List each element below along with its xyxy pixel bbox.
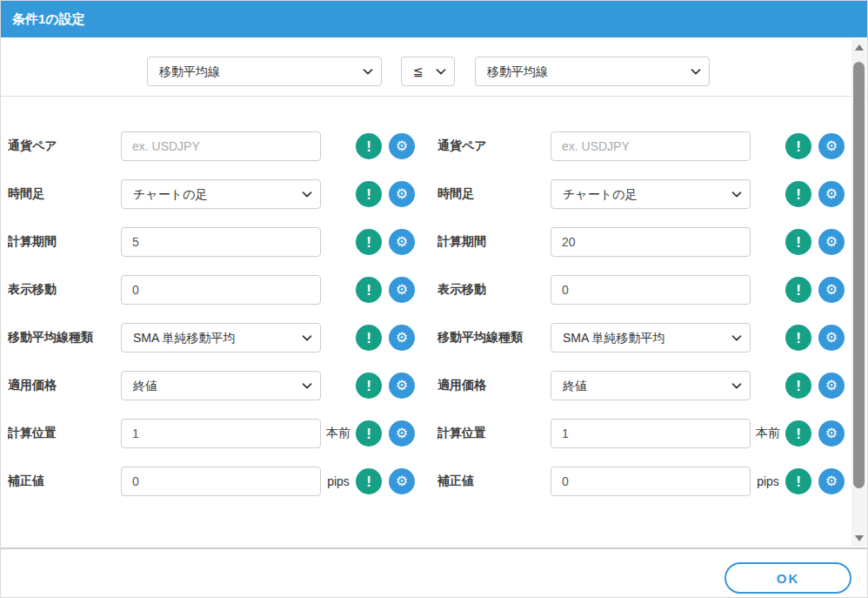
gear-icon: ⚙	[396, 474, 408, 488]
settings-button[interactable]: ⚙	[818, 229, 845, 255]
currency-pair-input[interactable]	[551, 131, 751, 161]
exclamation-icon: !	[796, 235, 801, 250]
applied-price-select[interactable]: 終値	[121, 371, 321, 400]
form-row: 通貨ペア ! ⚙	[8, 131, 431, 161]
exclamation-icon: !	[366, 427, 371, 441]
settings-button[interactable]: ⚙	[389, 229, 415, 255]
settings-button[interactable]: ⚙	[818, 277, 845, 303]
exclamation-icon: !	[796, 187, 801, 202]
alert-button[interactable]: !	[785, 133, 811, 159]
form-row: 時間足 チャートの足 ! ⚙	[8, 179, 431, 209]
calc-position-input[interactable]	[121, 419, 321, 448]
display-shift-input[interactable]	[121, 275, 321, 305]
field-label: 時間足	[8, 186, 121, 202]
gear-icon: ⚙	[825, 331, 838, 345]
form-row: 時間足 チャートの足 ! ⚙	[437, 179, 845, 209]
settings-button[interactable]: ⚙	[818, 133, 845, 159]
operator-select[interactable]: ≦	[401, 57, 455, 86]
scroll-up-arrow[interactable]	[851, 39, 866, 55]
form-row: 適用価格 終値 ! ⚙	[437, 371, 845, 400]
exclamation-icon: !	[366, 235, 371, 250]
calc-position-input[interactable]	[551, 419, 751, 448]
settings-button[interactable]: ⚙	[818, 181, 845, 207]
field-label: 計算期間	[437, 234, 551, 250]
alert-button[interactable]: !	[356, 468, 382, 494]
settings-button[interactable]: ⚙	[818, 420, 845, 447]
exclamation-icon: !	[796, 427, 801, 441]
settings-button[interactable]: ⚙	[389, 325, 415, 351]
alert-button[interactable]: !	[356, 420, 382, 447]
ma-type-select[interactable]: SMA 単純移動平均	[551, 323, 751, 353]
alert-button[interactable]: !	[785, 181, 811, 207]
settings-button[interactable]: ⚙	[389, 373, 415, 399]
alert-button[interactable]: !	[785, 420, 811, 447]
left-indicator-select[interactable]: 移動平均線	[147, 57, 382, 86]
calc-period-input[interactable]	[551, 227, 751, 257]
exclamation-icon: !	[366, 139, 371, 154]
alert-button[interactable]: !	[785, 325, 811, 351]
settings-button[interactable]: ⚙	[389, 181, 415, 207]
settings-form: 通貨ペア ! ⚙ 時間足 チャートの足 ! ⚙ 計算期間	[1, 131, 850, 514]
gear-icon: ⚙	[396, 427, 408, 440]
field-suffix: 本前	[321, 426, 356, 441]
correction-value-input[interactable]	[551, 467, 751, 496]
form-row: 通貨ペア ! ⚙	[437, 131, 845, 161]
field-label: 表示移動	[8, 282, 121, 298]
field-label: 補正値	[437, 474, 551, 489]
field-suffix: pips	[751, 474, 785, 488]
field-label: 通貨ペア	[437, 138, 551, 154]
gear-icon: ⚙	[825, 187, 838, 201]
alert-button[interactable]: !	[785, 277, 811, 303]
ok-button[interactable]: OK	[724, 562, 851, 594]
exclamation-icon: !	[796, 379, 801, 393]
comparison-bar: 移動平均線 ≦ 移動平均線	[1, 37, 867, 97]
alert-button[interactable]: !	[785, 229, 811, 255]
gear-icon: ⚙	[825, 427, 838, 440]
form-row: 移動平均線種類 SMA 単純移動平均 ! ⚙	[8, 323, 431, 353]
scrollbar-thumb[interactable]	[853, 62, 865, 488]
left-indicator-params: 通貨ペア ! ⚙ 時間足 チャートの足 ! ⚙ 計算期間	[1, 131, 431, 514]
right-indicator-select[interactable]: 移動平均線	[475, 57, 710, 86]
exclamation-icon: !	[796, 139, 801, 154]
alert-button[interactable]: !	[356, 325, 382, 351]
form-row: 補正値 pips ! ⚙	[437, 467, 845, 496]
applied-price-select[interactable]: 終値	[551, 371, 751, 400]
form-row: 計算期間 ! ⚙	[437, 227, 845, 257]
alert-button[interactable]: !	[356, 229, 382, 255]
gear-icon: ⚙	[825, 283, 838, 297]
dialog-footer: OK	[1, 548, 867, 597]
timeframe-select[interactable]: チャートの足	[551, 179, 751, 209]
settings-button[interactable]: ⚙	[389, 420, 415, 447]
form-row: 表示移動 ! ⚙	[437, 275, 845, 305]
alert-button[interactable]: !	[356, 277, 382, 303]
settings-button[interactable]: ⚙	[389, 133, 415, 159]
timeframe-select[interactable]: チャートの足	[121, 179, 321, 209]
alert-button[interactable]: !	[785, 373, 811, 399]
currency-pair-input[interactable]	[121, 131, 321, 161]
field-label: 計算期間	[8, 234, 121, 250]
form-row: 計算位置 本前 ! ⚙	[437, 419, 845, 448]
gear-icon: ⚙	[396, 331, 408, 345]
form-row: 適用価格 終値 ! ⚙	[8, 371, 431, 400]
settings-button[interactable]: ⚙	[818, 373, 845, 399]
display-shift-input[interactable]	[551, 275, 751, 305]
settings-button[interactable]: ⚙	[818, 468, 845, 494]
scrollbar[interactable]	[851, 39, 866, 546]
alert-button[interactable]: !	[356, 373, 382, 399]
form-row: 補正値 pips ! ⚙	[8, 467, 431, 496]
alert-button[interactable]: !	[785, 468, 811, 494]
ma-type-select[interactable]: SMA 単純移動平均	[121, 323, 321, 353]
scroll-down-arrow[interactable]	[851, 530, 866, 546]
field-label: 計算位置	[437, 426, 551, 441]
settings-button[interactable]: ⚙	[389, 468, 415, 494]
settings-button[interactable]: ⚙	[389, 277, 415, 303]
correction-value-input[interactable]	[121, 467, 321, 496]
settings-button[interactable]: ⚙	[818, 325, 845, 351]
alert-button[interactable]: !	[356, 181, 382, 207]
alert-button[interactable]: !	[356, 133, 382, 159]
right-indicator-params: 通貨ペア ! ⚙ 時間足 チャートの足 ! ⚙ 計算期間	[431, 131, 845, 514]
exclamation-icon: !	[366, 379, 371, 393]
field-suffix: 本前	[751, 426, 785, 441]
field-label: 適用価格	[437, 378, 551, 393]
calc-period-input[interactable]	[121, 227, 321, 257]
